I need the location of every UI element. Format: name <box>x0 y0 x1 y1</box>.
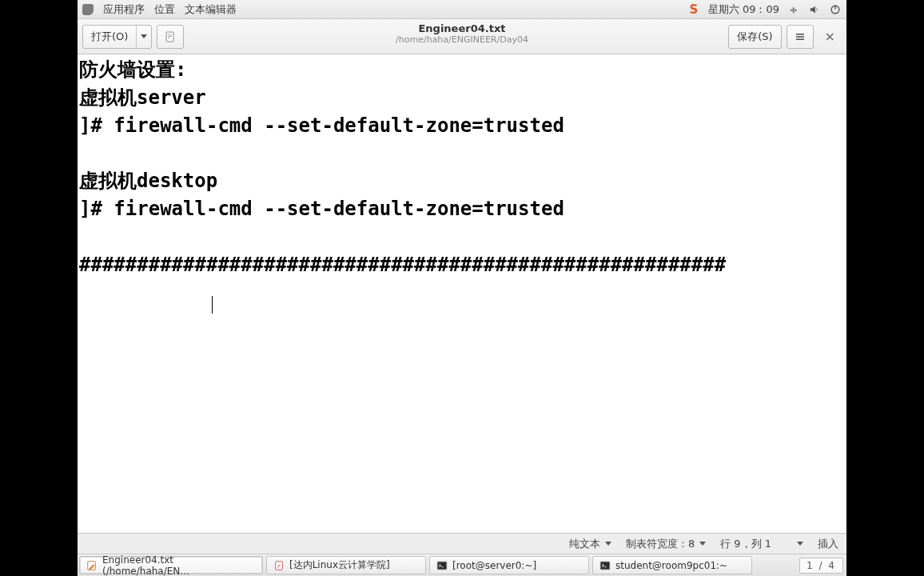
close-button[interactable]: × <box>818 29 842 44</box>
taskbar-item-2[interactable]: [root@server0:~] <box>429 556 589 574</box>
status-bar: 纯文本 制表符宽度：8 行 9，列 1 插入 <box>78 533 846 554</box>
editor-toolbar: 打开(O) Engineer04.txt /home/haha/ENGINEER… <box>78 19 846 54</box>
activities-icon[interactable] <box>82 4 94 15</box>
tabwidth-label: 制表符宽度：8 <box>626 537 695 551</box>
syntax-selector[interactable]: 纯文本 <box>569 537 611 551</box>
ime-icon[interactable]: S <box>687 3 700 16</box>
task-label: [达内Linux云计算学院] <box>289 558 390 572</box>
open-button-label: 打开(O) <box>83 26 137 48</box>
task-label: Engineer04.txt (/home/haha/EN… <box>102 554 256 577</box>
svg-rect-7 <box>796 36 804 38</box>
save-button[interactable]: 保存(S) <box>728 25 781 49</box>
svg-rect-13 <box>441 566 444 567</box>
svg-rect-14 <box>600 562 609 570</box>
document-content: 防火墙设置: 虚拟机server ]# firewall-cmd --set-d… <box>79 58 726 276</box>
open-dropdown-caret[interactable] <box>137 26 151 48</box>
new-document-button[interactable] <box>157 25 184 49</box>
editor-icon <box>86 560 98 571</box>
power-icon[interactable] <box>829 3 842 16</box>
task-label: [root@server0:~] <box>452 560 536 571</box>
tabwidth-selector[interactable]: 制表符宽度：8 <box>626 537 706 551</box>
pdf-icon: P <box>273 560 285 571</box>
svg-rect-15 <box>604 566 607 567</box>
taskbar: Engineer04.txt (/home/haha/EN…P[达内Linux云… <box>78 554 846 576</box>
cursor-position-label: 行 9，列 1 <box>720 537 771 551</box>
menu-applications[interactable]: 应用程序 <box>103 2 145 17</box>
svg-rect-4 <box>168 36 172 37</box>
terminal-icon <box>599 560 611 571</box>
svg-rect-1 <box>834 5 835 9</box>
svg-text:P: P <box>277 563 281 568</box>
task-label: student@room9pc01:~ <box>615 560 727 571</box>
taskbar-item-0[interactable]: Engineer04.txt (/home/haha/EN… <box>79 556 263 574</box>
volume-icon[interactable] <box>808 3 821 16</box>
svg-rect-6 <box>796 34 804 35</box>
svg-rect-5 <box>168 38 170 38</box>
taskbar-item-3[interactable]: student@room9pc01:~ <box>592 556 752 574</box>
network-icon[interactable] <box>787 3 800 16</box>
insert-mode[interactable]: 插入 <box>818 537 838 551</box>
taskbar-item-1[interactable]: P[达内Linux云计算学院] <box>266 556 426 574</box>
text-cursor <box>212 296 213 314</box>
clock[interactable]: 星期六 09：09 <box>708 2 779 17</box>
syntax-label: 纯文本 <box>569 537 600 551</box>
hamburger-menu-button[interactable] <box>787 25 814 49</box>
svg-rect-8 <box>796 38 804 40</box>
menu-texteditor[interactable]: 文本编辑器 <box>185 2 237 17</box>
open-button[interactable]: 打开(O) <box>82 25 152 49</box>
workspace-indicator[interactable]: 1 / 4 <box>799 558 843 574</box>
svg-rect-12 <box>437 562 446 570</box>
text-editor-area[interactable]: 防火墙设置: 虚拟机server ]# firewall-cmd --set-d… <box>78 54 846 533</box>
terminal-icon <box>436 560 448 571</box>
menu-places[interactable]: 位置 <box>154 2 175 17</box>
top-panel: 应用程序 位置 文本编辑器 S 星期六 09：09 <box>78 0 846 19</box>
cursor-position-selector[interactable]: 行 9，列 1 <box>720 537 803 551</box>
svg-rect-3 <box>168 34 172 35</box>
